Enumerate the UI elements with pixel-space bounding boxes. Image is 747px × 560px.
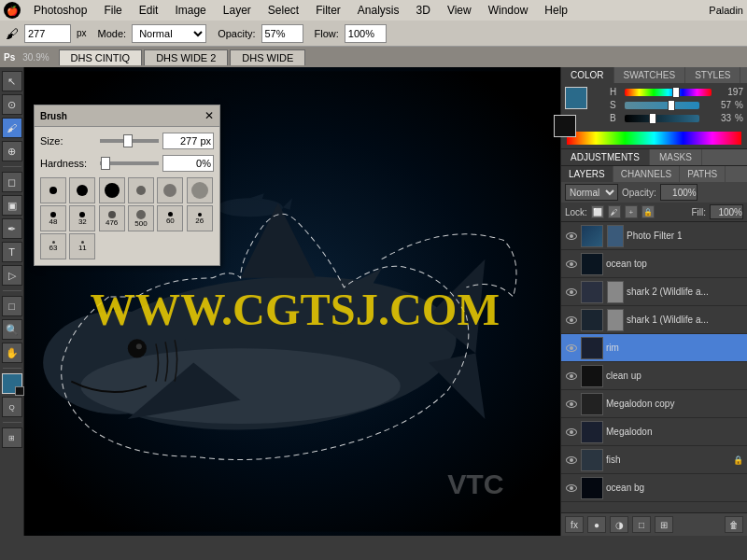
layer-visibility-toggle[interactable] <box>565 370 578 383</box>
layer-item[interactable]: rim <box>561 334 747 362</box>
hue-thumb[interactable] <box>672 87 680 98</box>
tab-swatches[interactable]: SWATCHES <box>614 67 686 83</box>
apple-menu[interactable]: 🍎 <box>4 2 21 19</box>
screen-mode[interactable]: ⊞ <box>2 427 22 448</box>
lock-position-icon[interactable]: + <box>625 205 638 218</box>
size-value[interactable] <box>162 133 214 149</box>
fill-value[interactable] <box>710 204 743 219</box>
lock-all-icon[interactable]: 🔒 <box>641 205 655 218</box>
layer-item[interactable]: shark 1 (Wildlife a... <box>561 306 747 334</box>
sat-thumb[interactable] <box>668 100 675 111</box>
brush-preset-11[interactable]: 60 <box>157 205 183 231</box>
brush-preset-14[interactable]: 11 <box>69 233 95 259</box>
layer-visibility-toggle[interactable] <box>565 230 578 243</box>
gradient-tool[interactable]: ▣ <box>2 195 22 216</box>
layer-fx-button[interactable]: fx <box>565 516 584 533</box>
shape-tool[interactable]: □ <box>2 296 22 316</box>
new-layer-button[interactable]: ⊞ <box>655 516 673 533</box>
brush-preset-10[interactable]: 500 <box>128 205 154 231</box>
size-slider-thumb[interactable] <box>123 134 133 147</box>
foreground-color-swatch[interactable] <box>565 87 587 109</box>
layer-item[interactable]: Megalodon <box>561 418 747 446</box>
brush-preset-3[interactable] <box>99 177 125 203</box>
hardness-slider-thumb[interactable] <box>101 157 110 170</box>
brush-preset-13[interactable]: 63 <box>40 233 66 259</box>
tab-adjustments[interactable]: ADJUSTMENTS <box>561 149 650 165</box>
opacity-value[interactable] <box>660 184 698 201</box>
clone-tool[interactable]: ⊕ <box>2 141 22 161</box>
tab-dhs-cintiq[interactable]: DHS CINTIQ <box>59 49 143 65</box>
new-group-button[interactable]: □ <box>632 516 651 533</box>
menu-window[interactable]: Window <box>481 2 536 19</box>
brush-preset-5[interactable] <box>157 177 183 203</box>
add-mask-button[interactable]: ● <box>587 516 606 533</box>
tab-dhs-wide2[interactable]: DHS WIDE 2 <box>144 49 228 65</box>
flow-input[interactable] <box>345 24 387 43</box>
lock-image-icon[interactable]: 🖌 <box>608 205 621 218</box>
background-color-swatch[interactable] <box>554 115 576 137</box>
menu-view[interactable]: View <box>440 2 479 19</box>
lasso-tool[interactable]: ⊙ <box>2 94 22 115</box>
brush-preset-9[interactable]: 476 <box>99 205 125 231</box>
hue-slider[interactable] <box>625 89 712 96</box>
tab-color[interactable]: COLOR <box>561 67 614 83</box>
brush-preset-1[interactable] <box>40 177 66 203</box>
color-fg[interactable] <box>2 373 22 394</box>
menu-file[interactable]: File <box>96 2 129 19</box>
layer-visibility-toggle[interactable] <box>565 314 578 327</box>
hand-tool[interactable]: ✋ <box>2 343 22 363</box>
tab-layers[interactable]: LAYERS <box>561 166 613 182</box>
layer-visibility-toggle[interactable] <box>565 286 578 299</box>
brush-preset-2[interactable] <box>69 177 95 203</box>
layer-item[interactable]: fish🔒 <box>561 446 747 474</box>
brightness-slider[interactable] <box>625 115 699 122</box>
saturation-slider[interactable] <box>625 102 699 109</box>
menu-help[interactable]: Help <box>537 2 575 19</box>
layer-visibility-toggle[interactable] <box>565 426 578 439</box>
layer-visibility-toggle[interactable] <box>565 398 578 411</box>
lock-transparent-icon[interactable]: ⬜ <box>591 205 604 218</box>
layer-item[interactable]: clean up <box>561 362 747 390</box>
eraser-tool[interactable]: ◻ <box>2 172 22 192</box>
menu-3d[interactable]: 3D <box>409 2 438 19</box>
move-tool[interactable]: ↖ <box>2 71 22 91</box>
menu-edit[interactable]: Edit <box>132 2 166 19</box>
brush-tool[interactable]: 🖌 <box>2 118 22 138</box>
menu-photoshop[interactable]: Photoshop <box>26 2 94 19</box>
tab-paths[interactable]: PATHS <box>680 166 726 182</box>
layer-item[interactable]: ocean bg <box>561 474 747 502</box>
menu-layer[interactable]: Layer <box>216 2 259 19</box>
layer-visibility-toggle[interactable] <box>565 482 578 495</box>
new-adjustment-button[interactable]: ◑ <box>610 516 628 533</box>
pen-tool[interactable]: ✒ <box>2 218 22 239</box>
opacity-input[interactable] <box>261 24 303 43</box>
quick-mask-tool[interactable]: Q <box>2 397 22 417</box>
layer-item[interactable]: Megalodon copy <box>561 390 747 418</box>
hardness-slider[interactable] <box>100 161 159 165</box>
menu-analysis[interactable]: Analysis <box>350 2 407 19</box>
brush-preset-8[interactable]: 32 <box>69 205 95 231</box>
type-tool[interactable]: T <box>2 242 22 262</box>
layer-item[interactable]: Photo Filter 1 <box>561 222 747 250</box>
tab-channels[interactable]: CHANNELS <box>613 166 680 182</box>
layer-item[interactable]: ocean top <box>561 250 747 278</box>
tab-dhs-wide[interactable]: DHS WIDE <box>230 49 305 65</box>
brush-preset-7[interactable]: 48 <box>40 205 66 231</box>
zoom-tool[interactable]: 🔍 <box>2 319 22 340</box>
menu-image[interactable]: Image <box>167 2 213 19</box>
tab-masks[interactable]: MASKS <box>650 149 702 165</box>
layer-item[interactable]: shark 2 (Wildlife a... <box>561 278 747 306</box>
layer-visibility-toggle[interactable] <box>565 258 578 271</box>
mode-select[interactable]: Normal Dissolve Multiply Screen <box>132 24 206 43</box>
menu-select[interactable]: Select <box>261 2 306 19</box>
layer-visibility-toggle[interactable] <box>565 342 578 355</box>
hardness-value[interactable] <box>162 155 214 172</box>
brush-preset-4[interactable] <box>128 177 154 203</box>
brush-preset-6[interactable] <box>187 177 213 203</box>
layer-visibility-toggle[interactable] <box>565 454 578 467</box>
color-spectrum[interactable] <box>567 132 741 145</box>
menu-filter[interactable]: Filter <box>308 2 348 19</box>
delete-layer-button[interactable]: 🗑 <box>725 516 743 533</box>
canvas-area[interactable]: VTC WWW.CGTSJ.COM Brush ✕ Size: <box>24 67 560 536</box>
tab-styles[interactable]: STYLES <box>685 67 740 83</box>
